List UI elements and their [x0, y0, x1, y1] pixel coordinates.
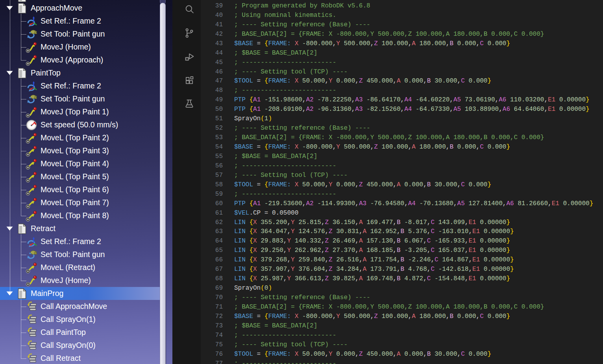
program-icon	[17, 3, 27, 14]
code-line-67[interactable]: 67LIN {X 357.907,Y 376.604,Z 34.284,A 17…	[201, 265, 603, 274]
tree-connector-line	[21, 138, 26, 138]
code-line-61[interactable]: 61$VEL.CP = 0.05000	[201, 209, 603, 218]
code-text: SprayOn(1)	[223, 114, 272, 124]
tree-item-painttop[interactable]: PaintTop	[0, 66, 160, 79]
code-line-49[interactable]: 49PTP {A1 -151.98600,A2 -78.22250,A3 -86…	[201, 96, 603, 105]
panel-splitter[interactable]	[166, 0, 173, 364]
code-text: ; Program generated by RoboDK v5.6.8	[223, 2, 370, 11]
tree-item-mainprog[interactable]: MainProg	[0, 287, 160, 300]
code-line-48[interactable]: 48; -------------------------	[201, 86, 603, 96]
extensions-icon[interactable]	[184, 75, 195, 86]
tool-icon	[25, 93, 38, 105]
tree-item-label: MoveL (Top Paint 4)	[41, 159, 109, 168]
code-line-50[interactable]: 50PTP {A1 -208.69100,A2 -96.31360,A3 -82…	[201, 105, 603, 114]
line-number: 41	[201, 20, 223, 30]
code-line-39[interactable]: 39; Program generated by RoboDK v5.6.8	[201, 2, 603, 11]
code-line-69[interactable]: 69SprayOn(0)	[201, 284, 603, 293]
line-number: 73	[201, 322, 223, 331]
code-editor[interactable]: 38; $BASE = BASE_DATA[2]39; Program gene…	[201, 0, 603, 364]
expand-triangle-icon[interactable]	[5, 71, 14, 75]
code-line-43[interactable]: 43$BASE = {FRAME: X -800.000,Y 500.000,Z…	[201, 39, 603, 49]
line-number: 75	[201, 340, 223, 350]
code-line-44[interactable]: 44; $BASE = BASE_DATA[2]	[201, 49, 603, 58]
code-line-60[interactable]: 60PTP {A1 -219.53600,A2 -114.99300,A3 -7…	[201, 199, 603, 209]
code-line-52[interactable]: 52; ---- Setting reference (Base) ----	[201, 124, 603, 133]
code-line-58[interactable]: 58$TOOL = {FRAME: X 50.000,Y 0.000,Z 450…	[201, 180, 603, 190]
expand-triangle-icon[interactable]	[5, 6, 14, 10]
expand-triangle-icon[interactable]	[5, 226, 14, 231]
code-line-55[interactable]: 55; $BASE = BASE_DATA[2]	[201, 152, 603, 162]
code-line-74[interactable]: 74; -------------------------	[201, 331, 603, 340]
code-line-45[interactable]: 45; -------------------------	[201, 58, 603, 68]
frame-icon	[25, 235, 38, 248]
code-line-72[interactable]: 72$BASE = {FRAME: X -800.000,Y 500.000,Z…	[201, 312, 603, 322]
tree-connector-line	[21, 21, 26, 22]
source-control-icon[interactable]	[184, 28, 195, 39]
code-text: ; BASE_DATA[2] = {FRAME: X -800.000,Y 50…	[223, 133, 544, 143]
code-line-76[interactable]: 76$TOOL = {FRAME: X 50.000,Y 0.000,Z 450…	[201, 350, 603, 359]
code-line-65[interactable]: 65LIN {X 29.250,Y 262.962,Z 27.370,A 168…	[201, 246, 603, 256]
program-tree[interactable]: ApproachMove Set Ref.: Frame 2 Set Tool:…	[0, 0, 160, 364]
tree-connector-line	[10, 0, 10, 294]
tree-item-label: MoveJ (Top Paint 1)	[41, 107, 109, 116]
code-text: $TOOL = {FRAME: X 50.000,Y 0.000,Z 450.0…	[223, 77, 491, 86]
line-number: 59	[201, 190, 223, 199]
code-line-53[interactable]: 53; BASE_DATA[2] = {FRAME: X -800.000,Y …	[201, 133, 603, 143]
code-line-73[interactable]: 73; $BASE = BASE_DATA[2]	[201, 322, 603, 331]
code-line-51[interactable]: 51SprayOn(1)	[201, 114, 603, 124]
code-line-68[interactable]: 68LIN {X 25.987,Y 366.613,Z 39.825,A 169…	[201, 274, 603, 284]
call-icon	[25, 313, 38, 326]
line-number: 49	[201, 96, 223, 105]
code-line-70[interactable]: 70; ---- Setting reference (Base) ----	[201, 293, 603, 303]
tree-connector-line	[21, 34, 26, 35]
code-text: $TOOL = {FRAME: X 50.000,Y 0.000,Z 450.0…	[223, 180, 491, 190]
code-line-47[interactable]: 47$TOOL = {FRAME: X 50.000,Y 0.000,Z 450…	[201, 77, 603, 86]
search-icon[interactable]	[184, 4, 195, 15]
code-line-56[interactable]: 56; -------------------------	[201, 162, 603, 171]
tree-scrollbar[interactable]	[160, 0, 166, 364]
tree-item-label: PaintTop	[31, 68, 61, 77]
expand-triangle-icon[interactable]	[5, 291, 14, 296]
scrollbar-thumb[interactable]	[160, 3, 166, 364]
call-icon	[25, 352, 38, 364]
line-number: 63	[201, 227, 223, 237]
call-icon	[25, 300, 38, 313]
code-line-71[interactable]: 71; BASE_DATA[2] = {FRAME: X -800.000,Y …	[201, 303, 603, 312]
code-text: LIN {X 355.200,Y 25.815,Z 36.150,A 169.4…	[223, 218, 510, 228]
code-line-77[interactable]: 77; -------------------------	[201, 359, 603, 364]
code-text: ; -------------------------	[223, 331, 336, 340]
tree-connector-line	[21, 216, 26, 216]
tree-item-approachmove[interactable]: ApproachMove	[0, 2, 160, 15]
code-line-46[interactable]: 46; ---- Setting tool (TCP) ----	[201, 68, 603, 77]
tree-connector-line	[21, 346, 26, 346]
frame-icon	[25, 15, 38, 28]
movel-icon	[25, 184, 38, 196]
code-line-62[interactable]: 62LIN {X 355.200,Y 25.815,Z 36.150,A 169…	[201, 218, 603, 228]
code-text: ; -------------------------	[223, 86, 336, 96]
tree-item-label: Set speed (50.0 mm/s)	[41, 120, 118, 129]
code-line-54[interactable]: 54$BASE = {FRAME: X -800.000,Y 500.000,Z…	[201, 143, 603, 152]
line-number: 57	[201, 171, 223, 180]
code-line-40[interactable]: 40; Using nominal kinematics.	[201, 11, 603, 20]
tree-item-call-retract[interactable]: Call Retract	[0, 352, 160, 364]
code-line-63[interactable]: 63LIN {X 364.047,Y 124.576,Z 30.831,A 16…	[201, 227, 603, 237]
tree-connector-line	[21, 281, 26, 281]
code-line-41[interactable]: 41; ---- Setting reference (Base) ----	[201, 20, 603, 30]
tree-item-label: Call PaintTop	[41, 328, 86, 337]
code-line-64[interactable]: 64LIN {X 29.883,Y 140.332,Z 26.469,A 157…	[201, 237, 603, 246]
run-and-debug-icon[interactable]	[184, 51, 195, 62]
movel-icon	[25, 132, 38, 144]
tree-item-label: MoveL (Top Paint 2)	[41, 133, 109, 142]
testing-icon[interactable]	[184, 98, 195, 109]
code-text: LIN {X 357.907,Y 376.604,Z 34.284,A 173.…	[223, 265, 514, 274]
tree-connector-line	[21, 164, 26, 164]
code-line-42[interactable]: 42; BASE_DATA[2] = {FRAME: X -800.000,Y …	[201, 30, 603, 39]
code-line-75[interactable]: 75; ---- Setting tool (TCP) ----	[201, 340, 603, 350]
code-text: ; BASE_DATA[2] = {FRAME: X -800.000,Y 50…	[223, 303, 544, 312]
tree-item-retract[interactable]: Retract	[0, 222, 160, 235]
code-line-57[interactable]: 57; ---- Setting tool (TCP) ----	[201, 171, 603, 180]
code-line-59[interactable]: 59; -------------------------	[201, 190, 603, 199]
movel-icon	[25, 171, 38, 183]
code-line-66[interactable]: 66LIN {X 379.268,Y 259.840,Z 26.516,A 17…	[201, 256, 603, 265]
robodk-vscode-window: ApproachMove Set Ref.: Frame 2 Set Tool:…	[0, 0, 603, 364]
